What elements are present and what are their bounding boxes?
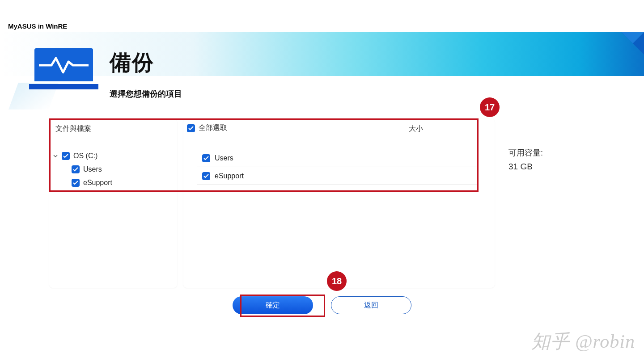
tree-panel [49, 119, 177, 288]
detail-list: Users eSupport [197, 149, 479, 185]
detail-row[interactable]: eSupport [197, 167, 479, 185]
checkbox-os-c-icon[interactable] [62, 152, 70, 160]
tree-child-row[interactable]: Users [53, 163, 112, 176]
detail-row-label: Users [215, 154, 233, 162]
watermark-text: 知乎 @robin [531, 331, 635, 352]
button-row: 確定 返回 [0, 296, 644, 314]
checkbox-users-icon[interactable] [202, 154, 210, 162]
chevron-down-icon[interactable] [53, 154, 58, 158]
header-docs: 文件與檔案 [55, 124, 91, 134]
capacity-block: 可用容量: 31 GB [508, 147, 543, 172]
checkbox-esupport-tree-icon[interactable] [72, 179, 80, 187]
header-select-all-label: 全部選取 [199, 123, 227, 133]
capacity-label: 可用容量: [508, 147, 543, 158]
page-title: 備份 [110, 48, 154, 77]
backup-logo-icon [29, 48, 98, 89]
page-subtitle: 選擇您想備份的項目 [110, 88, 182, 99]
tree-child-label: Users [83, 165, 102, 173]
annotation-badge-18: 18 [327, 271, 347, 291]
back-button[interactable]: 返回 [331, 296, 411, 314]
checkbox-select-all-icon[interactable] [187, 124, 195, 132]
detail-row[interactable]: Users [197, 149, 479, 167]
column-headers: 文件與檔案 全部選取 大小 [49, 119, 496, 139]
app-title: MyASUS in WinRE [8, 22, 67, 30]
tree-root-label: OS (C:) [73, 152, 97, 160]
file-tree: OS (C:) Users eSupport [53, 149, 112, 189]
watermark: 知乎 @robin [525, 329, 635, 354]
capacity-value: 31 GB [508, 162, 543, 172]
checkbox-esupport-icon[interactable] [202, 172, 210, 180]
corner-fold-icon [622, 32, 644, 55]
tree-root-row[interactable]: OS (C:) [53, 149, 112, 163]
header-select-all[interactable]: 全部選取 [187, 123, 227, 133]
tree-child-row[interactable]: eSupport [53, 176, 112, 189]
tree-child-label: eSupport [83, 179, 112, 187]
detail-panel [183, 119, 495, 288]
detail-row-label: eSupport [215, 172, 244, 180]
selection-panels: 文件與檔案 全部選取 大小 OS (C:) Users eSupport Use… [49, 119, 496, 288]
ok-button[interactable]: 確定 [233, 296, 313, 314]
annotation-badge-17: 17 [480, 97, 500, 117]
header-size: 大小 [409, 124, 423, 134]
checkbox-users-tree-icon[interactable] [72, 165, 80, 173]
